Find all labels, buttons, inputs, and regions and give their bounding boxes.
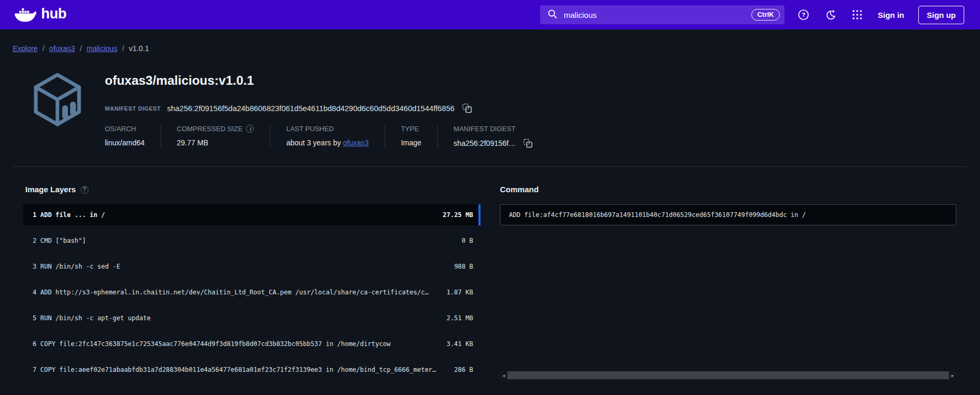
layer-size: 2.51 MB xyxy=(446,314,473,322)
search-icon xyxy=(547,9,557,21)
breadcrumb-current-tag: v1.0.1 xyxy=(129,44,149,53)
layer-size: 0 B xyxy=(462,237,473,244)
stat-compressed-size: COMPRESSED SIZE i 29.77 MB xyxy=(161,125,270,148)
manifest-digest-label: MANIFEST DIGEST xyxy=(105,105,161,112)
manifest-digest-value: sha256:2f09156f5da24b8606823f061d5e4611b… xyxy=(167,104,454,113)
global-search[interactable]: CtrlK xyxy=(540,5,785,24)
apps-grid-icon[interactable] xyxy=(851,8,864,21)
stat-type: TYPE Image xyxy=(385,125,437,148)
layer-row[interactable]: 7 COPY file:aeef02e71abaabfdb31a7d288304… xyxy=(23,359,481,380)
copy-digest-icon[interactable] xyxy=(462,103,472,113)
layer-row[interactable]: 3 RUN /bin/sh -c sed -E 988 B xyxy=(23,256,481,277)
image-cube-icon xyxy=(31,72,84,148)
breadcrumb-explore-link[interactable]: Explore xyxy=(13,44,37,53)
breadcrumb-separator: / xyxy=(42,44,44,53)
layer-size: 1.87 KB xyxy=(446,289,473,296)
layer-row[interactable]: 6 COPY file:2fc147c363875e1c725345aac776… xyxy=(23,333,481,354)
search-input[interactable] xyxy=(564,11,745,19)
breadcrumb: Explore / ofuxas3 / malicious / v1.0.1 xyxy=(0,29,980,53)
info-icon[interactable]: i xyxy=(246,125,254,133)
layer-row[interactable]: 5 RUN /bin/sh -c apt-get update 2.51 MB xyxy=(23,308,481,329)
logo-text: hub xyxy=(41,7,66,23)
help-icon[interactable]: ? xyxy=(797,8,810,21)
layer-size: 27.25 MB xyxy=(443,211,473,219)
stat-manifest-digest: MANIFEST DIGEST sha256:2f09156f… xyxy=(437,125,548,148)
scroll-right-arrow[interactable]: ▸ xyxy=(949,371,956,379)
stat-last-pushed: LAST PUSHED about 3 years by ofuxas3 xyxy=(270,125,384,148)
keyboard-shortcut-badge: CtrlK xyxy=(751,9,780,21)
top-navbar: hub CtrlK ? xyxy=(0,0,980,29)
layers-help-icon[interactable]: ? xyxy=(81,186,89,194)
manifest-digest-row: MANIFEST DIGEST sha256:2f09156f5da24b860… xyxy=(105,103,548,113)
theme-toggle-moon-icon[interactable] xyxy=(824,8,837,21)
command-heading: Command xyxy=(500,185,956,194)
layer-size: 3.41 KB xyxy=(446,340,473,348)
stats-row: OS/ARCH linux/amd64 COMPRESSED SIZE i 29… xyxy=(105,125,548,148)
layer-size: 988 B xyxy=(454,263,473,270)
copy-digest-short-icon[interactable] xyxy=(523,139,533,148)
command-text: ADD file:af4cf77e6818016b697a1491101b40c… xyxy=(509,211,806,219)
tag-header: ofuxas3/malicious:v1.0.1 MANIFEST DIGEST… xyxy=(0,53,980,148)
image-layers-panel: Image Layers ? 1 ADD file ... in / 27.25… xyxy=(23,185,481,385)
breadcrumb-separator: / xyxy=(80,44,82,53)
layer-command: 6 COPY file:2fc147c363875e1c725345aac776… xyxy=(33,340,438,348)
breadcrumb-repo-link[interactable]: malicious xyxy=(86,44,117,53)
docker-hub-logo[interactable]: hub xyxy=(14,6,66,23)
layer-command: 2 CMD ["bash"] xyxy=(33,237,453,244)
command-panel: Command ADD file:af4cf77e6818016b697a149… xyxy=(500,185,956,385)
docker-whale-icon xyxy=(14,6,36,23)
horizontal-scrollbar[interactable]: ◂ ▸ xyxy=(500,371,956,379)
layer-row[interactable]: 4 ADD http://s3-ephemeral.in.chaitin.net… xyxy=(23,282,481,303)
layer-command: 1 ADD file ... in / xyxy=(33,211,434,219)
layer-command: 3 RUN /bin/sh -c sed -E xyxy=(33,263,446,270)
layer-row[interactable]: 1 ADD file ... in / 27.25 MB xyxy=(23,204,481,225)
layer-command: 4 ADD http://s3-ephemeral.in.chaitin.net… xyxy=(33,289,438,296)
main-content: Image Layers ? 1 ADD file ... in / 27.25… xyxy=(0,167,980,385)
breadcrumb-separator: / xyxy=(122,44,124,53)
sign-in-link[interactable]: Sign in xyxy=(878,11,904,19)
breadcrumb-namespace-link[interactable]: ofuxas3 xyxy=(49,44,75,53)
command-box: ADD file:af4cf77e6818016b697a1491101b40c… xyxy=(500,204,956,225)
layer-command: 5 RUN /bin/sh -c apt-get update xyxy=(33,314,438,322)
stat-os-arch: OS/ARCH linux/amd64 xyxy=(105,125,161,148)
svg-text:?: ? xyxy=(802,12,806,18)
scrollbar-thumb[interactable] xyxy=(507,371,949,379)
layer-size: 286 B xyxy=(454,366,473,373)
pusher-user-link[interactable]: ofuxas3 xyxy=(343,139,369,147)
navbar-actions: ? Sign in Sign up xyxy=(797,6,964,24)
scroll-left-arrow[interactable]: ◂ xyxy=(500,371,507,379)
page-title: ofuxas3/malicious:v1.0.1 xyxy=(105,73,548,88)
layer-list: 1 ADD file ... in / 27.25 MB 2 CMD ["bas… xyxy=(23,204,481,380)
image-layers-heading: Image Layers ? xyxy=(23,185,481,194)
layer-command: 7 COPY file:aeef02e71abaabfdb31a7d288304… xyxy=(33,366,446,373)
sign-up-button[interactable]: Sign up xyxy=(918,6,964,24)
layer-row[interactable]: 2 CMD ["bash"] 0 B xyxy=(23,230,481,251)
